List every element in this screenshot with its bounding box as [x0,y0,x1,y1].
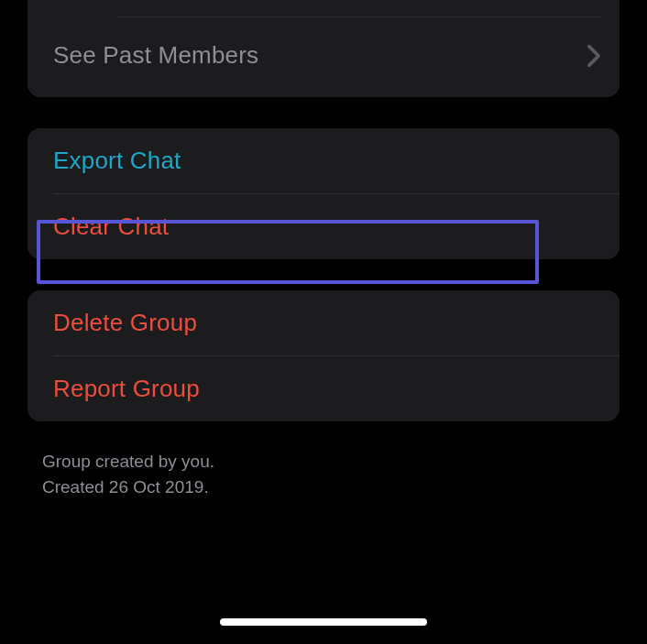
export-chat-row[interactable]: Export Chat [27,128,620,193]
home-indicator[interactable] [220,618,427,626]
group-info-footer: Group created by you. Created 26 Oct 201… [27,445,620,499]
delete-group-label: Delete Group [53,309,197,337]
report-group-label: Report Group [53,375,200,403]
see-past-members-label: See Past Members [53,41,258,70]
chat-actions-section: Export Chat Clear Chat [27,128,620,259]
export-chat-label: Export Chat [53,147,181,175]
clear-chat-label: Clear Chat [53,213,169,241]
group-actions-section: Delete Group Report Group [27,290,620,421]
report-group-row[interactable]: Report Group [27,356,620,421]
delete-group-row[interactable]: Delete Group [27,290,620,355]
footer-line-1: Group created by you. [42,449,605,475]
chevron-right-icon [587,44,601,68]
members-section: See Past Members [27,0,620,97]
clear-chat-row[interactable]: Clear Chat [27,194,620,259]
footer-line-2: Created 26 Oct 2019. [42,475,605,500]
see-past-members-row[interactable]: See Past Members [27,17,620,97]
